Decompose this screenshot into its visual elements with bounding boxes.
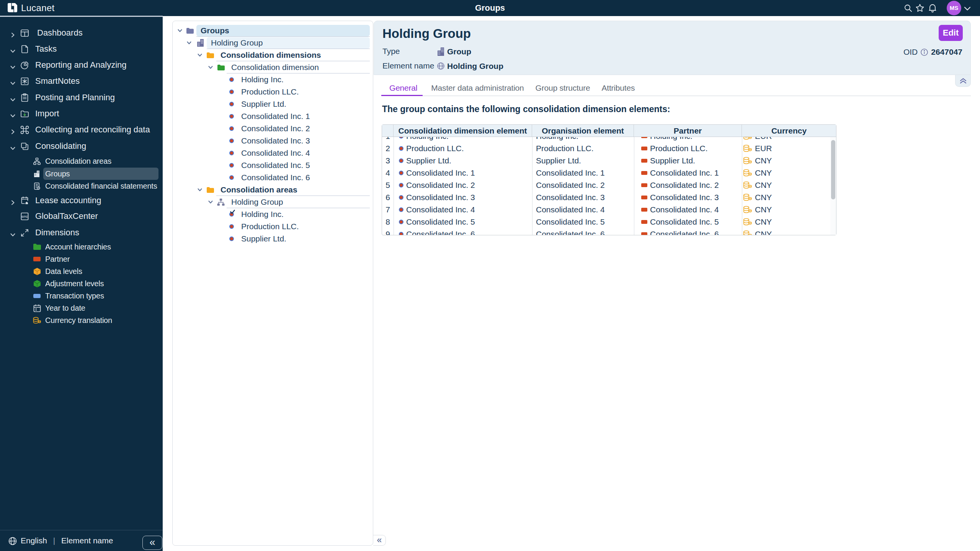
svg-text:GTC: GTC xyxy=(22,215,28,218)
